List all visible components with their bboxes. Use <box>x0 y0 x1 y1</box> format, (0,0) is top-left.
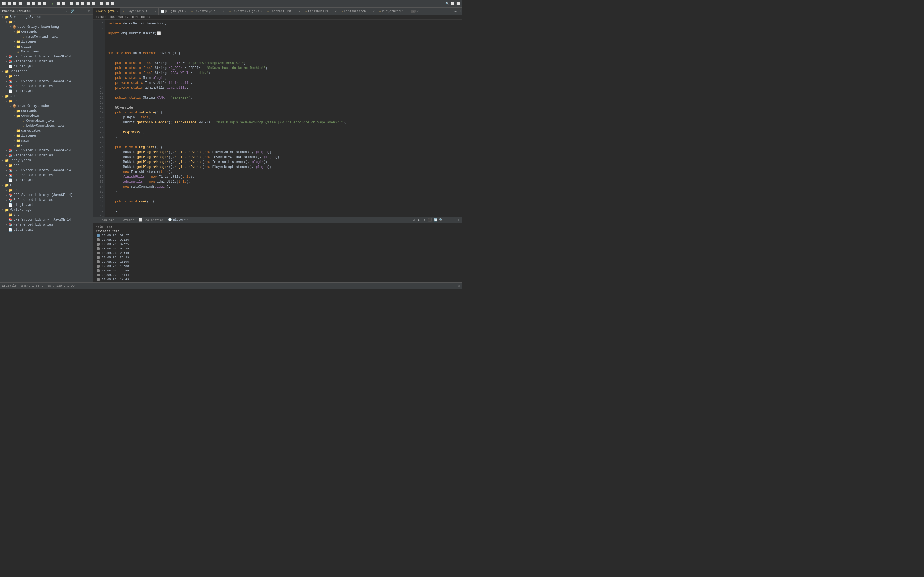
reflib-challenge[interactable]: ▸ 📚 Referenced Libraries <box>0 84 93 89</box>
project-test[interactable]: ▾ 📁 Test ▸ 📂 src ▸ 📚 JRE System Library … <box>0 183 93 208</box>
reflib-lobby[interactable]: ▸ 📚 Referenced Libraries <box>0 173 93 178</box>
file-main-bewerbung[interactable]: ☕ Main.java <box>0 49 93 54</box>
history-row-3[interactable]: 03.08.20, 09:25 <box>96 247 460 251</box>
jre-challenge[interactable]: ▸ 📚 JRE System Library [JavaSE-14] <box>0 79 93 84</box>
run-icon[interactable]: ▶ <box>51 2 55 6</box>
folder-commands-cube[interactable]: ▸ 📁 commands <box>0 108 93 113</box>
toolbar-icon-6[interactable]: ⬜ <box>32 2 36 6</box>
toolbar-icon-4[interactable]: ⬜ <box>18 2 23 6</box>
toolbar-icon-10[interactable]: ⬜ <box>69 2 74 6</box>
file-plugin-yml-bewerbung[interactable]: 📄 plugin.yml <box>0 64 93 69</box>
project-challenge-row[interactable]: ▾ 📁 Challenge <box>0 69 93 74</box>
folder-listener-bewerbung[interactable]: ▾ 📁 listener <box>0 39 93 44</box>
history-tab-close[interactable]: ✕ <box>187 218 188 221</box>
history-forward-icon[interactable]: ▶ <box>417 218 421 222</box>
reflib-test[interactable]: ▸ 📚 Referenced Libraries <box>0 198 93 203</box>
settings-icon[interactable]: ⚙ <box>458 284 460 287</box>
tab-history[interactable]: 🕐 History ✕ <box>166 217 191 223</box>
file-lobbycountdown[interactable]: ☕ LobbyCountdown.java <box>0 123 93 128</box>
project-cube-row[interactable]: ▾ 📁 Cube <box>0 94 93 98</box>
tab-interactlist[interactable]: ☕ InteractList... ✕ <box>265 8 303 15</box>
folder-listener-cube[interactable]: ▸ 📁 listener <box>0 133 93 138</box>
file-countdown[interactable]: ☕ Countdown.java <box>0 118 93 123</box>
jre-test[interactable]: ▸ 📚 JRE System Library [JavaSE-14] <box>0 193 93 198</box>
history-row-6[interactable]: 02.08.20, 16:05 <box>96 259 460 264</box>
plugin-yml-lobby[interactable]: 📄 plugin.yml <box>0 178 93 183</box>
code-content[interactable]: package de.cr0nixyt.bewerbung; import or… <box>105 19 462 216</box>
search-icon[interactable]: 🔍 <box>445 2 449 6</box>
project-worldmanager[interactable]: ▾ 📁 WorldManager ▸ 📂 src ▸ 📚 JRE System … <box>0 208 93 232</box>
src-lobby[interactable]: ▸ 📂 src <box>0 163 93 168</box>
tab-finishlisten[interactable]: ☕ FinishListen... ✕ <box>339 8 377 15</box>
project-cube[interactable]: ▾ 📁 Cube ▾ 📂 src ▾ 📦 de.cr0nixyt.cube ▸ … <box>0 94 93 158</box>
tab-finishutils[interactable]: ☕ FinishUtils... ✕ <box>303 8 339 15</box>
tab-close-ic[interactable]: ✕ <box>223 10 225 13</box>
history-row-0[interactable]: 03.08.20, 09:27 <box>96 233 460 238</box>
tab-close-fl[interactable]: ✕ <box>373 10 375 13</box>
collapse-all-icon[interactable]: ⬇ <box>65 9 69 13</box>
history-get-icon[interactable]: ⬇ <box>422 218 427 222</box>
history-refresh-icon[interactable]: 🔄 <box>433 218 438 222</box>
toolbar-icon-12[interactable]: ⬜ <box>81 2 85 6</box>
folder-commands-bewerbung[interactable]: ▾ 📁 commands <box>0 29 93 34</box>
jre-bewerbung[interactable]: ▸ 📚 JRE System Library [JavaSE-14] <box>0 54 93 59</box>
pkg-bewerbung[interactable]: ▾ 📦 de.cr0nixyt.bewerbung <box>0 24 93 29</box>
tab-close-pdl[interactable]: ✕ <box>417 10 419 13</box>
plugin-yml-wm[interactable]: 📄 plugin.yml <box>0 227 93 232</box>
tab-problems[interactable]: ⚠ Problems <box>95 217 116 223</box>
tab-close-pj[interactable]: ✕ <box>155 10 156 13</box>
toolbar-icon-11[interactable]: ⬜ <box>75 2 79 6</box>
jre-wm[interactable]: ▸ 📚 JRE System Library [JavaSE-14] <box>0 218 93 222</box>
tab-plugin-yml[interactable]: 📄 plugin.yml ✕ <box>159 8 189 15</box>
project-lobbysystem-row[interactable]: ▾ 📁 LobbySystem <box>0 158 93 163</box>
project-bewerbungssystem-row[interactable]: ▾ 📁 BewerbungsSystem <box>0 15 93 19</box>
project-challenge[interactable]: ▾ 📁 Challenge ▸ 📂 src ▸ 📚 JRE System Lib… <box>0 69 93 94</box>
link-with-editor-icon[interactable]: 🔗 <box>70 9 74 13</box>
toolbar-icon-14[interactable]: ⬜ <box>92 2 96 6</box>
tab-close-inv[interactable]: ✕ <box>261 10 263 13</box>
pkg-cube[interactable]: ▾ 📦 de.cr0nixyt.cube <box>0 103 93 108</box>
history-row-7[interactable]: 02.08.20, 15:00 <box>96 264 460 268</box>
toolbar-icon-5[interactable]: ⬜ <box>26 2 31 6</box>
tab-maximize-icon[interactable]: □ <box>457 9 462 13</box>
history-filter-icon[interactable]: 🔍 <box>439 218 443 222</box>
reflib-cube[interactable]: ▸ 📚 Referenced Libraries <box>0 153 93 158</box>
history-row-8[interactable]: 02.08.20, 14:49 <box>96 268 460 273</box>
debug-icon[interactable]: ⬜ <box>56 2 60 6</box>
src-test[interactable]: ▸ 📂 src <box>0 188 93 193</box>
toolbar-icon-18[interactable]: ⬜ <box>456 2 460 6</box>
tab-playerjoini[interactable]: ☕ PlayerJoinLi... ✕ <box>120 8 158 15</box>
toolbar-icon-9[interactable]: ⬜ <box>61 2 66 6</box>
tab-main-java[interactable]: ☕ Main.java ✕ <box>94 8 120 15</box>
src-wm[interactable]: ▸ 📂 src <box>0 213 93 218</box>
toolbar-icon-16[interactable]: ⬜ <box>105 2 110 6</box>
src-challenge[interactable]: ▸ 📂 src <box>0 74 93 79</box>
sidebar-menu-icon[interactable]: ⋮ <box>76 9 80 13</box>
history-row-2[interactable]: 03.08.20, 09:25 <box>96 242 460 247</box>
tab-inventorycli[interactable]: ☕ InventoryCli... ✕ <box>189 8 227 15</box>
close-sidebar-icon[interactable]: ✕ <box>87 9 91 13</box>
history-row-9[interactable]: 02.08.20, 14:44 <box>96 273 460 277</box>
folder-util-cube[interactable]: ▸ 📁 util <box>0 143 93 148</box>
tab-declaration[interactable]: ⬜ Declaration <box>136 217 166 223</box>
plugin-yml-challenge[interactable]: 📄 plugin.yml <box>0 89 93 94</box>
toolbar-icon-8[interactable]: ⬜ <box>43 2 47 6</box>
tab-bar-menu-icon[interactable]: ⋮ <box>449 9 453 13</box>
history-row-1[interactable]: 03.08.20, 09:26 <box>96 238 460 242</box>
toolbar-icon-7[interactable]: ⬜ <box>37 2 42 6</box>
toolbar-icon-1[interactable]: ⬜ <box>2 2 6 6</box>
folder-main-cube[interactable]: ▸ 📁 main <box>0 138 93 143</box>
folder-utils-bewerbung[interactable]: ▸ 📁 utils <box>0 44 93 49</box>
minimize-sidebar-icon[interactable]: — <box>81 9 86 13</box>
toolbar-icon-13[interactable]: ⬜ <box>86 2 90 6</box>
perspective-icon[interactable]: ⬜ <box>451 2 455 6</box>
tab-close-fu[interactable]: ✕ <box>335 10 337 13</box>
tab-minimize-icon[interactable]: — <box>453 9 457 13</box>
reflib-wm[interactable]: ▸ 📚 Referenced Libraries <box>0 222 93 227</box>
history-row-10[interactable]: 02.08.20, 14:43 <box>96 277 460 282</box>
jre-lobby[interactable]: ▸ 📚 JRE System Library [JavaSE-14] <box>0 168 93 173</box>
toolbar-icon-2[interactable]: ⬜ <box>7 2 11 6</box>
jre-cube[interactable]: ▸ 📚 JRE System Library [JavaSE-14] <box>0 148 93 153</box>
history-menu-icon[interactable]: ⋮ <box>444 218 449 222</box>
project-test-row[interactable]: ▾ 📁 Test <box>0 183 93 188</box>
